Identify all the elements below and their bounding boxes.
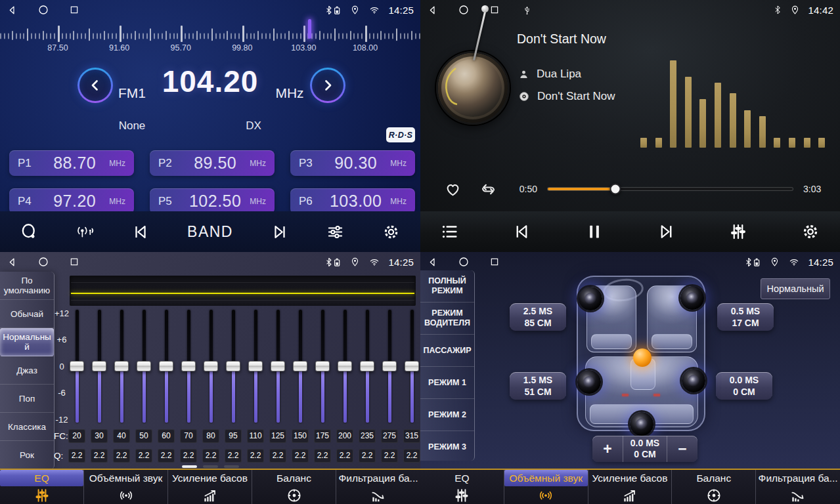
eq-band-slider-20hz[interactable] <box>70 310 84 423</box>
delay-front-left[interactable]: 2.5 MS 85 CM <box>510 303 566 331</box>
tune-down-button[interactable] <box>77 68 113 103</box>
listening-mode-item-4[interactable]: РЕЖИМ 2 <box>420 399 474 431</box>
eq-band-slider-175hz[interactable] <box>315 310 330 423</box>
back-icon[interactable] <box>427 5 438 16</box>
settings-button[interactable] <box>382 222 401 242</box>
eq-preset-item-5[interactable]: Классика <box>0 413 54 441</box>
slider-handle[interactable] <box>382 361 397 371</box>
pager-dot[interactable] <box>182 465 197 468</box>
slider-handle[interactable] <box>92 361 106 371</box>
tab-3[interactable]: Баланс <box>252 470 336 504</box>
speaker-mid-right-icon[interactable] <box>682 369 705 392</box>
home-icon[interactable] <box>458 256 470 268</box>
slider-handle[interactable] <box>405 361 419 371</box>
slider-handle[interactable] <box>338 361 352 371</box>
speaker-mid-left-icon[interactable] <box>577 370 601 394</box>
slider-handle[interactable] <box>360 361 374 371</box>
recents-icon[interactable] <box>69 257 79 267</box>
repeat-button[interactable] <box>479 180 498 199</box>
listening-mode-item-2[interactable]: ПАССАЖИР <box>420 335 474 367</box>
sound-profile-button[interactable]: Нормальный <box>761 278 830 299</box>
tab-0[interactable]: EQ <box>420 470 504 504</box>
eq-band-slider-315hz[interactable] <box>405 310 419 423</box>
slider-handle[interactable] <box>114 361 129 371</box>
eq-preset-item-6[interactable]: Рок <box>0 441 54 469</box>
progress-knob[interactable] <box>609 184 621 195</box>
tab-1[interactable]: Объёмный звук <box>504 470 588 504</box>
home-icon[interactable] <box>37 4 49 16</box>
home-icon[interactable] <box>37 256 49 268</box>
speaker-front-left-icon[interactable] <box>579 287 602 310</box>
pager-dot[interactable] <box>203 465 218 468</box>
progress-bar[interactable] <box>548 188 793 190</box>
back-icon[interactable] <box>427 257 438 268</box>
eq-band-slider-95hz[interactable] <box>226 310 240 423</box>
slider-handle[interactable] <box>159 361 173 371</box>
eq-band-slider-80hz[interactable] <box>204 310 218 423</box>
preset-p1-button[interactable]: P188.70MHz <box>9 150 134 176</box>
tab-4[interactable]: Фильтрация ба... <box>756 470 840 504</box>
eq-preset-item-0[interactable]: По умолчанию <box>0 272 54 300</box>
slider-handle[interactable] <box>137 361 151 371</box>
eq-preset-item-3[interactable]: Джаз <box>0 356 54 385</box>
slider-handle[interactable] <box>315 361 330 371</box>
tab-2[interactable]: Усиление басов <box>168 470 252 504</box>
scan-button[interactable] <box>20 222 39 242</box>
eq-band-slider-200hz[interactable] <box>338 310 352 423</box>
eq-preset-item-4[interactable]: Поп <box>0 385 54 413</box>
listening-mode-item-3[interactable]: РЕЖИМ 1 <box>420 367 474 399</box>
eq-band-slider-50hz[interactable] <box>137 310 151 423</box>
home-icon[interactable] <box>458 4 470 16</box>
listening-mode-item-1[interactable]: РЕЖИМ ВОДИТЕЛЯ <box>420 303 474 335</box>
next-button[interactable] <box>270 222 289 242</box>
listening-position-marker[interactable] <box>633 348 652 367</box>
tab-1[interactable]: Объёмный звук <box>84 470 168 504</box>
favorite-button[interactable] <box>444 180 462 198</box>
playlist-button[interactable] <box>440 222 460 242</box>
increase-delay-button[interactable]: + <box>592 436 623 462</box>
delay-rear-left[interactable]: 1.5 MS 51 CM <box>510 372 566 400</box>
eq-band-slider-125hz[interactable] <box>271 310 285 423</box>
listening-mode-item-0[interactable]: ПОЛНЫЙ РЕЖИМ <box>420 270 474 303</box>
recents-icon[interactable] <box>489 5 500 15</box>
eq-band-slider-40hz[interactable] <box>114 310 129 423</box>
previous-button[interactable] <box>512 222 532 242</box>
decrease-delay-button[interactable]: − <box>667 436 697 462</box>
eq-band-slider-275hz[interactable] <box>382 310 397 423</box>
delay-front-right[interactable]: 0.5 MS 17 CM <box>717 303 774 331</box>
band-button[interactable]: BAND <box>187 223 233 241</box>
settings-button[interactable] <box>801 222 820 242</box>
tab-4[interactable]: Фильтрация ба... <box>336 470 420 504</box>
tab-3[interactable]: Баланс <box>672 470 756 504</box>
slider-handle[interactable] <box>248 361 263 371</box>
sound-settings-button[interactable] <box>326 222 345 242</box>
preset-p6-button[interactable]: P6103.00MHz <box>290 188 415 214</box>
speaker-rear-center-icon[interactable] <box>630 412 653 436</box>
eq-band-slider-110hz[interactable] <box>248 310 263 423</box>
eq-band-slider-150hz[interactable] <box>293 310 307 423</box>
back-icon[interactable] <box>7 257 18 268</box>
preset-p3-button[interactable]: P390.30MHz <box>290 150 415 176</box>
eq-band-slider-235hz[interactable] <box>360 310 374 423</box>
pager-dot[interactable] <box>224 465 239 468</box>
preset-p4-button[interactable]: P497.20MHz <box>9 188 134 214</box>
album-art[interactable] <box>436 51 510 125</box>
slider-handle[interactable] <box>293 361 307 371</box>
next-button[interactable] <box>656 222 676 242</box>
slider-handle[interactable] <box>70 361 84 371</box>
recents-icon[interactable] <box>69 5 79 15</box>
speaker-front-right-icon[interactable] <box>680 286 704 310</box>
eq-preset-item-2[interactable]: Нормальный <box>0 328 54 356</box>
listening-mode-item-5[interactable]: РЕЖИМ 3 <box>420 431 474 463</box>
eq-preset-item-1[interactable]: Обычай <box>0 300 54 328</box>
back-icon[interactable] <box>7 5 18 16</box>
tune-up-button[interactable] <box>310 68 345 103</box>
eq-band-slider-60hz[interactable] <box>159 310 173 423</box>
pause-button[interactable] <box>585 222 604 242</box>
frequency-scale[interactable]: 87.5091.6095.7099.80103.90108.00 <box>0 21 420 54</box>
slider-handle[interactable] <box>204 361 218 371</box>
stations-button[interactable] <box>76 222 95 242</box>
equalizer-button[interactable] <box>728 222 748 242</box>
slider-handle[interactable] <box>271 361 285 371</box>
tab-2[interactable]: Усиление басов <box>588 470 673 504</box>
